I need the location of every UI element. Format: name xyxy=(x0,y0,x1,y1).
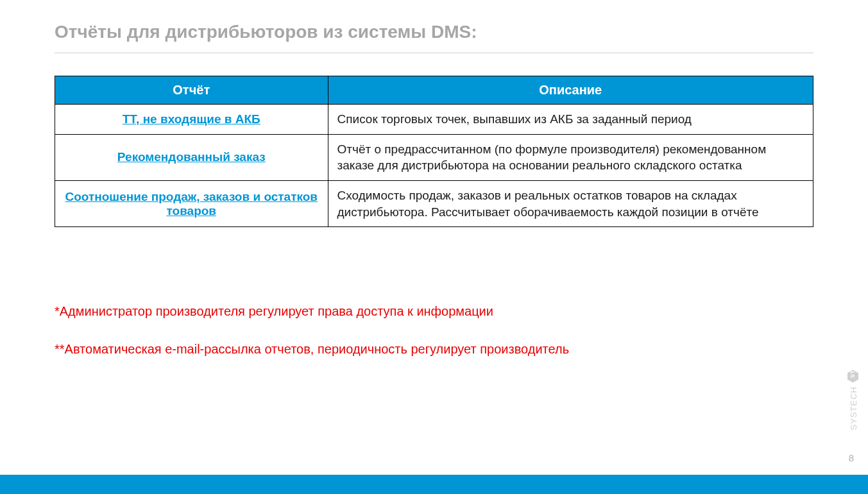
report-link-recommended-order[interactable]: Рекомендованный заказ xyxy=(117,150,266,164)
table-row: ТТ, не входящие в АКБ Список торговых то… xyxy=(55,105,813,135)
report-desc: Сходимость продаж, заказов и реальных ос… xyxy=(328,180,813,226)
report-link-sales-orders-stock[interactable]: Соотношение продаж, заказов и остатков т… xyxy=(65,190,318,217)
footer-bar xyxy=(0,475,868,494)
watermark-text: SYSTECH xyxy=(849,386,858,430)
table-header-report: Отчёт xyxy=(55,76,328,105)
report-desc: Отчёт о предрассчитанном (по формуле про… xyxy=(328,134,813,180)
page-title: Отчёты для дистрибьюторов из системы DMS… xyxy=(55,22,813,42)
page-number: 8 xyxy=(849,452,854,463)
table-row: Соотношение продаж, заказов и остатков т… xyxy=(55,180,813,226)
note-access-rights: *Администратор производителя регулирует … xyxy=(55,304,813,319)
svg-text:ST: ST xyxy=(850,370,856,377)
table-header-desc: Описание xyxy=(328,76,813,105)
divider xyxy=(55,53,813,53)
notes-block: *Администратор производителя регулирует … xyxy=(55,304,813,357)
systech-logo-icon: ST xyxy=(847,370,859,382)
reports-table: Отчёт Описание ТТ, не входящие в АКБ Спи… xyxy=(55,76,813,227)
report-link-tt-akb[interactable]: ТТ, не входящие в АКБ xyxy=(123,112,260,126)
systech-watermark: SYSTECH ST xyxy=(847,370,859,430)
note-email-distribution: **Автоматическая e-mail-рассылка отчетов… xyxy=(55,342,813,357)
report-desc: Список торговых точек, выпавших из АКБ з… xyxy=(328,105,813,135)
table-row: Рекомендованный заказ Отчёт о предрассчи… xyxy=(55,134,813,180)
